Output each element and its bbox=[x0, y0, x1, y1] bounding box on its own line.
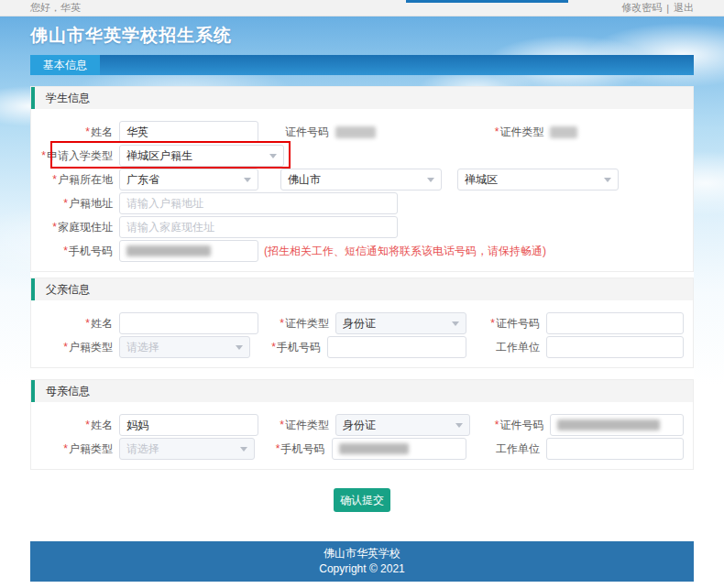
apply-type-row: 申请入学类型 禅城区户籍生 bbox=[31, 145, 684, 167]
redacted-value bbox=[550, 126, 577, 138]
mother-row-2: 户籍类型 请选择 手机号码 工作单位 bbox=[31, 438, 684, 460]
district-select[interactable]: 禅城区 bbox=[457, 169, 619, 191]
logout-link[interactable]: 退出 bbox=[674, 1, 694, 15]
father-row-1: 姓名 证件类型 身份证 证件号码 bbox=[31, 312, 684, 334]
student-name-input[interactable] bbox=[119, 121, 258, 143]
father-phone-input[interactable] bbox=[327, 336, 466, 358]
mother-phone-label: 手机号码 bbox=[255, 441, 325, 457]
caret-down-icon bbox=[455, 423, 463, 428]
student-name-label: 姓名 bbox=[31, 125, 113, 140]
city-value: 佛山市 bbox=[288, 172, 321, 188]
student-cert-type-value bbox=[550, 126, 684, 138]
mother-work-input[interactable] bbox=[546, 438, 684, 460]
father-phone-label: 手机号码 bbox=[250, 340, 321, 355]
province-select[interactable]: 广东省 bbox=[119, 169, 258, 191]
redacted-value bbox=[557, 419, 660, 430]
top-accent-line bbox=[406, 0, 568, 3]
student-cert-type-label: 证件类型 bbox=[470, 125, 543, 140]
caret-down-icon bbox=[452, 321, 459, 326]
redacted-value bbox=[335, 126, 376, 138]
form-container: 学生信息 姓名 证件号码 证件类型 申请入学类型 禅城区户籍生 bbox=[30, 86, 694, 525]
mother-cert-type-select[interactable]: 身份证 bbox=[335, 414, 470, 436]
mother-section: 母亲信息 姓名 证件类型 身份证 证件号码 户籍类型 请选择 bbox=[30, 379, 694, 470]
caret-down-icon bbox=[269, 154, 277, 158]
father-hukou-placeholder: 请选择 bbox=[126, 340, 159, 355]
footer-school-name: 佛山市华英学校 bbox=[324, 546, 400, 561]
father-cert-type-select[interactable]: 身份证 bbox=[335, 312, 466, 334]
district-value: 禅城区 bbox=[465, 172, 498, 188]
home-address-input[interactable] bbox=[119, 216, 398, 238]
apply-type-label: 申请入学类型 bbox=[31, 148, 113, 164]
student-name-row: 姓名 证件号码 证件类型 bbox=[31, 121, 684, 143]
student-section-title: 学生信息 bbox=[31, 87, 693, 109]
apply-type-select[interactable]: 禅城区户籍生 bbox=[119, 145, 284, 167]
city-select[interactable]: 佛山市 bbox=[280, 169, 442, 191]
page-title: 佛山市华英学校招生系统 bbox=[0, 16, 724, 55]
redacted-value bbox=[339, 443, 409, 454]
residence-address-input[interactable] bbox=[119, 192, 398, 214]
residence-address-label: 户籍地址 bbox=[31, 196, 113, 212]
caret-down-icon bbox=[240, 447, 247, 452]
father-cert-no-label: 证件号码 bbox=[466, 316, 540, 332]
father-cert-no-input[interactable] bbox=[546, 312, 684, 334]
mother-cert-no-input[interactable] bbox=[550, 414, 684, 436]
footer: 佛山市华英学校 Copyright © 2021 bbox=[30, 541, 694, 582]
mother-name-label: 姓名 bbox=[31, 418, 113, 433]
residence-area-label: 户籍所在地 bbox=[31, 172, 113, 188]
mother-work-label: 工作单位 bbox=[466, 441, 540, 457]
province-value: 广东省 bbox=[126, 172, 159, 188]
mother-row-1: 姓名 证件类型 身份证 证件号码 bbox=[31, 414, 684, 436]
phone-note: (招生相关工作、短信通知将联系该电话号码，请保持畅通) bbox=[264, 244, 546, 259]
father-cert-type-value: 身份证 bbox=[343, 316, 376, 332]
greeting-text: 您好，华英 bbox=[30, 1, 81, 15]
residence-area-row: 户籍所在地 广东省 佛山市 禅城区 bbox=[31, 169, 684, 191]
student-phone-input[interactable] bbox=[119, 240, 258, 262]
father-section-title: 父亲信息 bbox=[31, 278, 693, 300]
caret-down-icon bbox=[427, 178, 434, 182]
father-hukou-label: 户籍类型 bbox=[31, 340, 113, 355]
father-cert-type-label: 证件类型 bbox=[258, 316, 329, 332]
father-work-input[interactable] bbox=[546, 336, 684, 358]
student-section: 学生信息 姓名 证件号码 证件类型 申请入学类型 禅城区户籍生 bbox=[30, 86, 694, 272]
tab-basic-info[interactable]: 基本信息 bbox=[30, 55, 100, 75]
footer-copyright: Copyright © 2021 bbox=[319, 561, 405, 577]
student-phone-row: 手机号码 (招生相关工作、短信通知将联系该电话号码，请保持畅通) bbox=[31, 240, 684, 262]
mother-hukou-label: 户籍类型 bbox=[31, 441, 113, 457]
caret-down-icon bbox=[236, 345, 243, 350]
student-phone-label: 手机号码 bbox=[31, 244, 113, 259]
redacted-value bbox=[126, 245, 211, 256]
submit-area: 确认提交 bbox=[30, 488, 694, 512]
father-name-label: 姓名 bbox=[31, 316, 113, 332]
tab-bar: 基本信息 bbox=[30, 55, 694, 75]
father-hukou-select[interactable]: 请选择 bbox=[119, 336, 250, 358]
father-row-2: 户籍类型 请选择 手机号码 工作单位 bbox=[31, 336, 684, 358]
home-address-row: 家庭现住址 bbox=[31, 216, 684, 238]
mother-phone-input[interactable] bbox=[332, 438, 467, 460]
mother-section-title: 母亲信息 bbox=[31, 380, 693, 402]
top-bar: 您好，华英 修改密码 | 退出 bbox=[0, 0, 724, 16]
home-address-label: 家庭现住址 bbox=[31, 220, 113, 235]
apply-type-value: 禅城区户籍生 bbox=[126, 148, 192, 164]
father-name-input[interactable] bbox=[119, 312, 258, 334]
father-work-label: 工作单位 bbox=[466, 340, 540, 355]
residence-address-row: 户籍地址 bbox=[31, 192, 684, 214]
father-section: 父亲信息 姓名 证件类型 身份证 证件号码 户籍类型 请选择 bbox=[30, 278, 694, 368]
student-cert-no-label: 证件号码 bbox=[258, 125, 329, 140]
caret-down-icon bbox=[604, 178, 611, 182]
mother-cert-no-label: 证件号码 bbox=[470, 418, 543, 433]
mother-name-input[interactable] bbox=[119, 414, 258, 436]
mother-cert-type-value: 身份证 bbox=[343, 418, 376, 433]
change-password-link[interactable]: 修改密码 bbox=[621, 1, 662, 15]
submit-button[interactable]: 确认提交 bbox=[334, 488, 390, 512]
link-divider: | bbox=[666, 3, 669, 14]
mother-hukou-placeholder: 请选择 bbox=[126, 441, 159, 457]
student-cert-no-value bbox=[335, 126, 470, 138]
mother-cert-type-label: 证件类型 bbox=[258, 418, 329, 433]
mother-hukou-select[interactable]: 请选择 bbox=[119, 438, 255, 460]
caret-down-icon bbox=[244, 178, 251, 182]
